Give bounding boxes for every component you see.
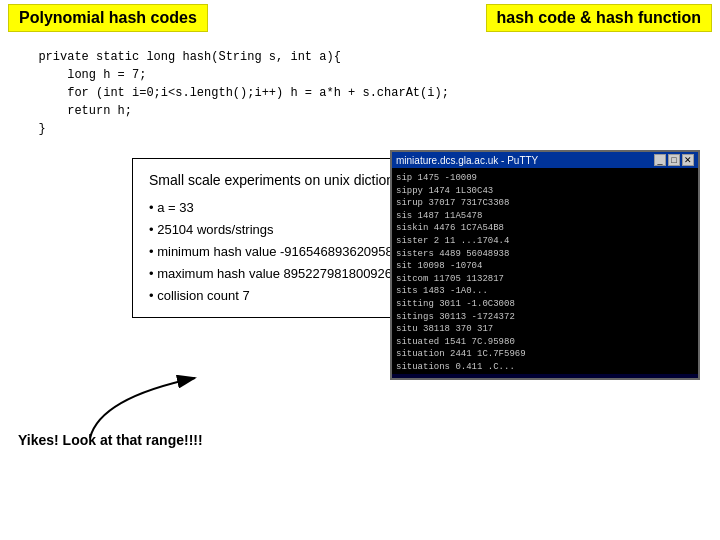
bottom-section: Small scale experiments on unix dictiona… <box>0 150 720 458</box>
terminal-window: miniature.dcs.gla.ac.uk - PuTTY _ □ ✕ si… <box>390 150 700 380</box>
terminal-title: miniature.dcs.gla.ac.uk - PuTTY <box>396 155 538 166</box>
terminal-controls: _ □ ✕ <box>654 154 694 166</box>
terminal-titlebar: miniature.dcs.gla.ac.uk - PuTTY _ □ ✕ <box>392 152 698 168</box>
terminal-body: sip 1475 -10009 sippy 1474 1L30C43 sirup… <box>392 168 698 374</box>
terminal-line-12: situ 38118 370 317 <box>396 323 694 336</box>
code-block: private static long hash(String s, int a… <box>8 40 712 146</box>
header-left-label: Polynomial hash codes <box>8 4 208 32</box>
header: Polynomial hash codes hash code & hash f… <box>0 0 720 36</box>
terminal-line-16: six 11C384 0.5841 -3.0C308C <box>396 374 694 375</box>
right-column: miniature.dcs.gla.ac.uk - PuTTY _ □ ✕ si… <box>390 150 720 458</box>
left-column: Small scale experiments on unix dictiona… <box>0 150 390 458</box>
terminal-close-button[interactable]: ✕ <box>682 154 694 166</box>
terminal-maximize-button[interactable]: □ <box>668 154 680 166</box>
terminal-line-7: sit 10098 -10704 <box>396 260 694 273</box>
terminal-minimize-button[interactable]: _ <box>654 154 666 166</box>
terminal-line-3: sis 1487 11A5478 <box>396 210 694 223</box>
terminal-line-13: situated 1541 7C.95980 <box>396 336 694 349</box>
terminal-line-4: siskin 4476 1C7A54B8 <box>396 222 694 235</box>
terminal-line-0: sip 1475 -10009 <box>396 172 694 185</box>
terminal-line-10: sitting 3011 -1.0C3008 <box>396 298 694 311</box>
terminal-line-1: sippy 1474 1L30C43 <box>396 185 694 198</box>
terminal-line-11: sitings 30113 -1724372 <box>396 311 694 324</box>
code-text: private static long hash(String s, int a… <box>24 48 696 138</box>
page-wrapper: Polynomial hash codes hash code & hash f… <box>0 0 720 540</box>
terminal-line-9: sits 1483 -1A0... <box>396 285 694 298</box>
terminal-line-6: sisters 4489 56048938 <box>396 248 694 261</box>
yikes-label: Yikes! Look at that range!!!! <box>18 432 203 448</box>
terminal-line-2: sirup 37017 7317C3308 <box>396 197 694 210</box>
header-right-label: hash code & hash function <box>486 4 712 32</box>
terminal-line-14: situation 2441 1C.7F5969 <box>396 348 694 361</box>
terminal-line-8: sitcom 11705 1132817 <box>396 273 694 286</box>
terminal-line-15: situations 0.411 .C... <box>396 361 694 374</box>
terminal-line-5: sister 2 11 ...1704.4 <box>396 235 694 248</box>
